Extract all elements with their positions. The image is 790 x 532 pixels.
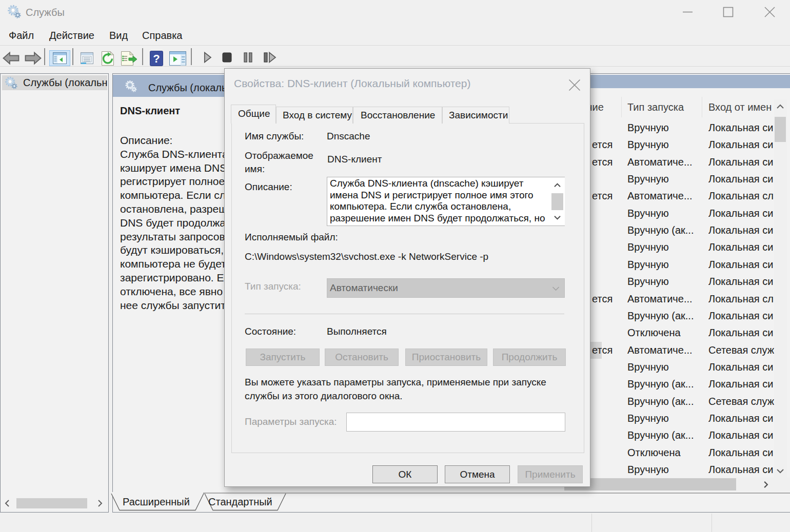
svg-text:?: ? [153,52,160,65]
